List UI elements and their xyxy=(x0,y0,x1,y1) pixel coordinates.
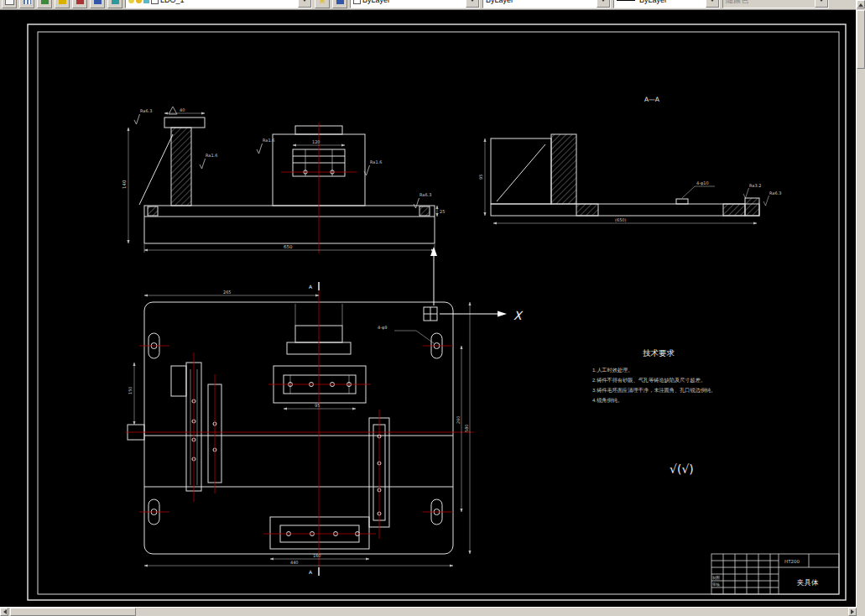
title-part-name: 夹具体 xyxy=(797,578,819,587)
dim-section-hole: 4-φ10 xyxy=(696,180,709,186)
linetype-value: ByLayer xyxy=(486,0,513,4)
title-label-draw: 制图 xyxy=(712,576,720,580)
color-value: ByLayer xyxy=(362,0,390,4)
dim-plan-bolt: 95 xyxy=(315,403,320,408)
axis-x-label: X xyxy=(513,309,524,322)
section-mark: A xyxy=(309,284,313,290)
layer-previous-icon[interactable] xyxy=(315,0,330,8)
dim-front-top: 40 xyxy=(180,107,185,112)
tech-item: 2.铸件不得有砂眼、气孔等铸造缺陷及尺寸超差。 xyxy=(592,377,706,384)
dim-plan-right-inner: 260 xyxy=(456,415,461,424)
toolbar-icon[interactable] xyxy=(2,0,17,8)
toolbar-icon[interactable] xyxy=(107,0,122,8)
title-label-check: 审核 xyxy=(712,582,721,587)
scrollbar-corner xyxy=(857,608,865,616)
lineweight-value: ByLayer xyxy=(639,0,667,4)
dim-plan-bottom-inner: 160 xyxy=(313,553,321,558)
chevron-down-icon[interactable] xyxy=(597,0,610,8)
toolbar-icon[interactable] xyxy=(37,0,52,8)
chevron-down-icon[interactable] xyxy=(298,0,311,8)
layer-lock-icon xyxy=(143,0,149,3)
dim-plan-right: 580 xyxy=(464,424,469,432)
tool-icon xyxy=(336,0,344,4)
star-icon xyxy=(319,0,326,4)
tool-icon xyxy=(94,0,102,4)
vertical-scroll-thumb[interactable] xyxy=(857,10,865,69)
roughness-label: Ra1.6 xyxy=(206,153,217,158)
dim-front-width: 650 xyxy=(284,244,293,249)
drawing-canvas[interactable]: 650 140 120 40 25 Ra6.3 Ra1.6 Ra1.6 Ra1.… xyxy=(0,0,865,616)
section-label: A—A xyxy=(644,96,660,103)
section-mark: A xyxy=(309,569,313,575)
horizontal-scroll-thumb[interactable] xyxy=(10,608,136,616)
section-view: A—A 95 (650) 4-φ10 Ra3.2 xyxy=(478,96,781,223)
tool-icon xyxy=(112,0,119,4)
dim-section-height: 95 xyxy=(478,175,483,180)
roughness-label: Ra6.3 xyxy=(769,191,781,196)
dim-plan-top: 265 xyxy=(223,290,232,295)
tool-icon xyxy=(59,0,66,4)
properties-toolbar: LDO_1 ByLayer ByLayer ByLayer 随颜色 xyxy=(0,0,857,10)
dim-front-step: 25 xyxy=(440,209,445,214)
dim-section-width: (650) xyxy=(615,217,626,222)
tech-title: 技术要求 xyxy=(643,348,675,358)
title-material: HT200 xyxy=(784,559,800,564)
front-view: 650 140 120 40 25 Ra6.3 Ra1.6 Ra1.6 Ra1.… xyxy=(122,107,445,253)
dim-plan-slot: 4-φ9 xyxy=(378,325,387,331)
tech-item: 3.铸件毛坯面应清理干净，未注圆角、孔口锐边倒钝。 xyxy=(592,387,716,394)
chevron-down-icon xyxy=(815,0,828,8)
roughness-label: Ra6.3 xyxy=(140,108,152,113)
plotstyle-value: 随颜色 xyxy=(726,0,748,6)
title-block: HT200 夹具体 制图 审核 xyxy=(711,554,839,594)
lineweight-sample-icon xyxy=(617,0,635,1)
dim-front-height: 140 xyxy=(122,180,127,189)
tool-icon xyxy=(41,0,49,4)
plan-view: 265 95 160 440 260 580 150 4-φ9 A A xyxy=(126,282,474,576)
roughness-label: Ra6.3 xyxy=(419,192,431,197)
toolbar-icon[interactable] xyxy=(72,0,87,8)
tech-requirements: 技术要求 1.人工时效处理。 2.铸件不得有砂眼、气孔等铸造缺陷及尺寸超差。 3… xyxy=(592,348,716,404)
finish-note: √(√) xyxy=(670,462,694,476)
ucs-axis: X xyxy=(424,247,524,322)
plotstyle-control: 随颜色 xyxy=(722,0,829,8)
toolbar-icon[interactable] xyxy=(19,0,34,8)
lineweight-control[interactable]: ByLayer xyxy=(613,0,720,8)
linetype-control[interactable]: ByLayer xyxy=(482,0,611,8)
roughness-label: Ra3.2 xyxy=(749,183,761,188)
cad-window: 650 140 120 40 25 Ra6.3 Ra1.6 Ra1.6 Ra1.… xyxy=(0,0,865,616)
scroll-right-icon[interactable] xyxy=(848,608,857,616)
tech-item: 1.人工时效处理。 xyxy=(592,367,633,373)
roughness-label: Ra1.6 xyxy=(370,159,382,164)
layer-freeze-icon xyxy=(136,0,142,3)
ucs-icon xyxy=(424,307,437,321)
layer-on-icon xyxy=(128,0,134,3)
plan-centerlines xyxy=(126,290,474,572)
dim-front-block: 120 xyxy=(312,139,320,144)
chevron-down-icon[interactable] xyxy=(706,0,719,8)
layer-name: LDO_1 xyxy=(160,0,185,4)
vertical-scrollbar[interactable] xyxy=(856,0,865,616)
chevron-down-icon[interactable] xyxy=(466,0,479,8)
grid-icon xyxy=(23,0,31,4)
make-layer-current-icon[interactable] xyxy=(332,0,347,8)
color-swatch xyxy=(353,0,361,4)
layer-color-swatch xyxy=(151,0,159,4)
scroll-left-icon[interactable] xyxy=(0,608,8,616)
tech-item: 4.锐角倒钝。 xyxy=(592,397,623,404)
file-icon xyxy=(5,0,14,5)
dim-plan-bottom: 440 xyxy=(290,560,299,565)
horizontal-scrollbar[interactable] xyxy=(0,607,857,616)
toolbar-icon[interactable] xyxy=(55,0,70,8)
toolbar-icon[interactable] xyxy=(90,0,105,8)
layer-control[interactable]: LDO_1 xyxy=(125,0,312,8)
dim-plan-left: 150 xyxy=(128,386,133,394)
color-control[interactable]: ByLayer xyxy=(350,0,480,8)
tool-icon xyxy=(76,0,84,4)
scroll-up-icon[interactable] xyxy=(857,0,865,8)
roughness-label: Ra1.6 xyxy=(263,138,274,143)
